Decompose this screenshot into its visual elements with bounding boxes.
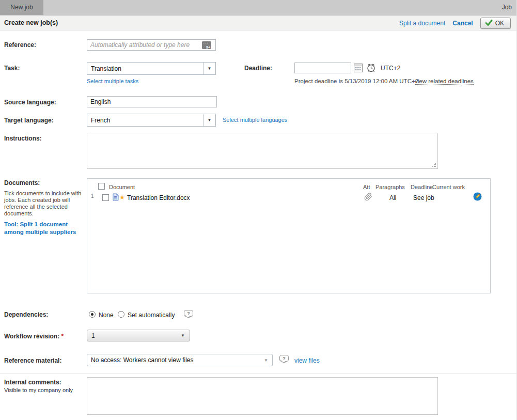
task-select-value: Translation bbox=[87, 65, 203, 72]
document-name[interactable]: Translation Editor.docx bbox=[127, 194, 190, 201]
reference-material-select[interactable]: No access: Workers cannot view files ▼ bbox=[87, 354, 273, 366]
column-header-deadline[interactable]: Deadline bbox=[411, 184, 433, 190]
dependencies-auto-label[interactable]: Set automatically bbox=[128, 312, 175, 319]
view-related-deadlines-link[interactable]: view related deadlines bbox=[415, 78, 474, 85]
calendar-icon[interactable] bbox=[354, 64, 363, 72]
split-document-tool-link[interactable]: Tool: Split 1 document among multiple su… bbox=[4, 221, 83, 236]
dropdown-arrow-icon: ▼ bbox=[176, 333, 190, 338]
documents-label: Documents: bbox=[4, 179, 40, 186]
dependencies-none-radio[interactable] bbox=[89, 311, 96, 318]
workflow-revision-value: 1 bbox=[87, 332, 176, 339]
source-language-input[interactable] bbox=[87, 96, 217, 107]
select-multiple-tasks-link[interactable]: Select multiple tasks bbox=[87, 78, 138, 84]
job-context-label: Job bbox=[502, 0, 512, 15]
section-divider bbox=[0, 373, 517, 374]
dropdown-arrow-icon[interactable]: ▼ bbox=[203, 63, 215, 74]
help-bubble-icon[interactable]: ? bbox=[279, 355, 289, 362]
header-actions: Split a document Cancel OK bbox=[399, 15, 511, 30]
target-language-select[interactable]: French ▼ bbox=[87, 114, 216, 127]
tab-new-job[interactable]: New job bbox=[0, 0, 43, 15]
workflow-revision-select[interactable]: 1 ▼ bbox=[87, 330, 190, 341]
ok-button-label: OK bbox=[495, 20, 504, 27]
row-number: 1 bbox=[91, 193, 94, 199]
view-files-link[interactable]: view files bbox=[294, 357, 320, 364]
cancel-link[interactable]: Cancel bbox=[452, 20, 473, 27]
project-deadline-text: Project deadline is 5/13/2019 12:00 AM U… bbox=[294, 78, 418, 84]
internal-comments-sublabel: Visible to my company only bbox=[4, 387, 73, 393]
source-language-label: Source language: bbox=[4, 99, 56, 106]
target-language-label: Target language: bbox=[4, 117, 54, 124]
required-mark: * bbox=[61, 333, 64, 340]
deadline-input[interactable] bbox=[294, 63, 351, 73]
dropdown-arrow-icon[interactable]: ▼ bbox=[203, 114, 215, 126]
column-header-paragraphs[interactable]: Paragraphs bbox=[375, 184, 405, 190]
help-bubble-icon[interactable]: ? bbox=[184, 310, 193, 317]
alarm-clock-icon[interactable] bbox=[366, 63, 376, 73]
dependencies-auto-radio[interactable] bbox=[118, 311, 124, 318]
column-header-current-work[interactable]: Current work bbox=[432, 184, 465, 190]
reference-material-value: No access: Workers cannot view files bbox=[87, 356, 260, 364]
page-title: Create new job(s) bbox=[4, 15, 58, 30]
column-header-att[interactable]: Att bbox=[363, 184, 370, 190]
row-paragraphs: All bbox=[389, 194, 396, 201]
ok-button[interactable]: OK bbox=[480, 18, 511, 29]
reference-label: Reference: bbox=[4, 41, 36, 49]
workflow-revision-label: Workflow révision: * bbox=[4, 333, 64, 340]
tab-bar: New job Job bbox=[0, 0, 517, 15]
documents-help-text: Tick documents to include with jobs. Eac… bbox=[4, 190, 83, 217]
create-job-window: New job Job Create new job(s) Split a do… bbox=[0, 0, 517, 420]
instructions-textarea[interactable] bbox=[87, 133, 438, 169]
column-header-document[interactable]: Document bbox=[109, 184, 135, 190]
check-icon bbox=[485, 20, 493, 26]
reference-input[interactable] bbox=[87, 39, 216, 51]
document-checkbox[interactable] bbox=[102, 194, 109, 201]
target-language-value: French bbox=[87, 117, 203, 124]
task-label: Task: bbox=[4, 65, 20, 72]
split-document-link[interactable]: Split a document bbox=[399, 20, 445, 27]
paperclip-icon[interactable] bbox=[364, 193, 372, 201]
current-work-icon[interactable] bbox=[473, 192, 482, 201]
documents-table: Document Att Paragraphs Deadline Current… bbox=[87, 178, 491, 293]
deadline-label: Deadline: bbox=[244, 65, 272, 72]
timezone-label: UTC+2 bbox=[381, 65, 400, 72]
star-icon: ★ bbox=[119, 194, 125, 201]
auto-number-icon[interactable]: ... 9+ bbox=[202, 41, 211, 49]
select-multiple-languages-link[interactable]: Select multiple languages bbox=[223, 117, 287, 123]
dropdown-arrow-icon: ▼ bbox=[260, 354, 272, 366]
row-deadline: See job bbox=[413, 194, 434, 201]
form-header: Create new job(s) Split a document Cance… bbox=[0, 15, 517, 30]
dependencies-none-label[interactable]: None bbox=[99, 312, 114, 319]
reference-material-label: Reference material: bbox=[4, 357, 61, 364]
instructions-label: Instructions: bbox=[4, 135, 42, 142]
dependencies-label: Dependencies: bbox=[4, 311, 48, 318]
select-all-checkbox[interactable] bbox=[98, 183, 105, 190]
document-file-icon bbox=[113, 193, 119, 201]
task-select[interactable]: Translation ▼ bbox=[87, 62, 216, 75]
internal-comments-label: Internal comments: bbox=[4, 379, 61, 386]
internal-comments-textarea[interactable] bbox=[87, 377, 438, 415]
